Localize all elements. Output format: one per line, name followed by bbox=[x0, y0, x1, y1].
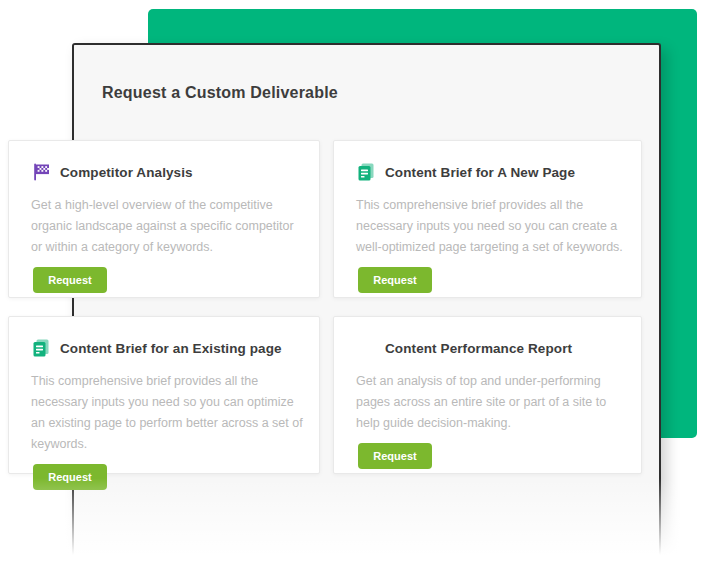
request-button[interactable]: Request bbox=[358, 443, 432, 469]
card-title: Content Performance Report bbox=[385, 341, 572, 356]
documents-icon bbox=[31, 338, 51, 358]
card-description: This comprehensive brief provides all th… bbox=[356, 195, 628, 258]
checkered-flag-icon bbox=[31, 162, 51, 182]
card-header: Content Performance Report bbox=[356, 338, 619, 358]
request-button[interactable]: Request bbox=[358, 267, 432, 293]
card-content-performance-report: Content Performance Report Get an analys… bbox=[333, 316, 642, 474]
deliverables-grid: Competitor Analysis Get a high-level ove… bbox=[8, 140, 642, 474]
card-competitor-analysis: Competitor Analysis Get a high-level ove… bbox=[8, 140, 320, 298]
card-description: Get an analysis of top and under-perform… bbox=[356, 371, 628, 434]
card-description: Get a high-level overview of the competi… bbox=[31, 195, 303, 258]
card-title: Content Brief for A New Page bbox=[385, 165, 575, 180]
page-title: Request a Custom Deliverable bbox=[102, 83, 659, 103]
card-content-brief-existing-page: Content Brief for an Existing page This … bbox=[8, 316, 320, 474]
card-title: Content Brief for an Existing page bbox=[60, 341, 282, 356]
documents-icon bbox=[356, 162, 376, 182]
card-header: Competitor Analysis bbox=[31, 162, 297, 182]
card-header: Content Brief for A New Page bbox=[356, 162, 619, 182]
card-content-brief-new-page: Content Brief for A New Page This compre… bbox=[333, 140, 642, 298]
request-button[interactable]: Request bbox=[33, 464, 107, 490]
card-title: Competitor Analysis bbox=[60, 165, 193, 180]
card-header: Content Brief for an Existing page bbox=[31, 338, 297, 358]
card-description: This comprehensive brief provides all th… bbox=[31, 371, 303, 455]
request-button[interactable]: Request bbox=[33, 267, 107, 293]
screen: Request a Custom Deliverable bbox=[0, 0, 709, 585]
